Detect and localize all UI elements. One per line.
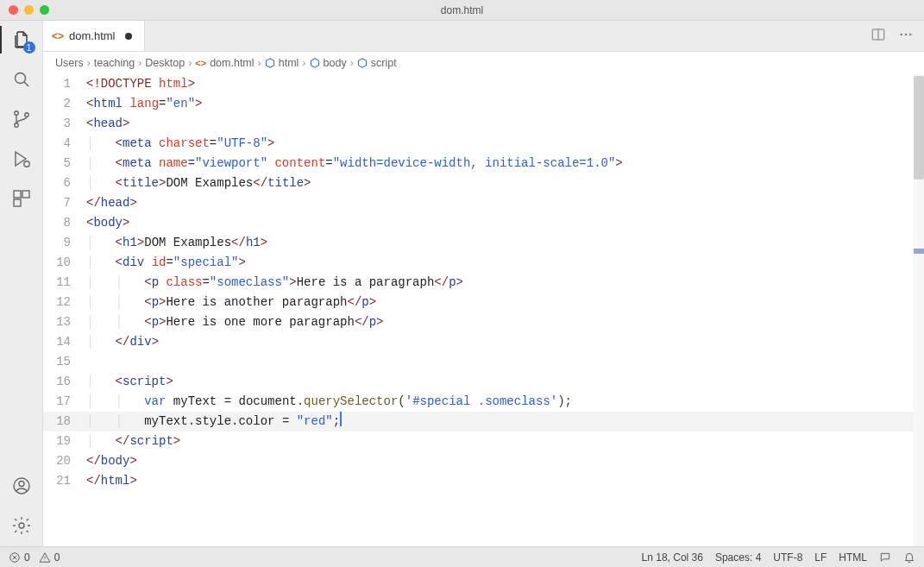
breadcrumb-segment[interactable]: Desktop ›	[145, 57, 192, 69]
code-line[interactable]: 15	[43, 352, 924, 372]
activity-explorer[interactable]: 1	[9, 28, 34, 52]
line-number: 9	[43, 233, 86, 253]
line-number: 1	[43, 74, 86, 94]
line-number: 10	[43, 253, 86, 273]
breadcrumb-segment[interactable]: Users ›	[55, 57, 91, 69]
status-feedback[interactable]	[879, 551, 891, 564]
code-line[interactable]: 13│ │ <p>Here is one more paragraph</p>	[43, 312, 924, 332]
activity-account[interactable]	[9, 474, 34, 498]
code-line[interactable]: 6│ <title>DOM Examples</title>	[43, 173, 924, 193]
line-content[interactable]: │ </div>	[86, 332, 924, 352]
line-content[interactable]: </html>	[86, 471, 924, 491]
search-icon	[11, 69, 32, 90]
breadcrumb-symbol[interactable]: html ›	[265, 57, 306, 69]
code-line[interactable]: 10│ <div id="special">	[43, 253, 924, 273]
code-line[interactable]: 20</body>	[43, 451, 924, 471]
ellipsis-icon	[898, 27, 914, 42]
code-line[interactable]: 1<!DOCTYPE html>	[43, 74, 924, 94]
extensions-icon	[11, 188, 32, 209]
code-line[interactable]: 9│ <h1>DOM Examples</h1>	[43, 233, 924, 253]
status-language[interactable]: HTML	[839, 551, 867, 564]
code-line[interactable]: 4│ <meta charset="UTF-8">	[43, 134, 924, 154]
breadcrumb-segment[interactable]: teaching ›	[94, 57, 141, 69]
activity-search[interactable]	[9, 67, 34, 91]
line-number: 4	[43, 134, 86, 154]
code-line[interactable]: 12│ │ <p>Here is another paragraph</p>	[43, 293, 924, 312]
breadcrumb-symbol[interactable]: body ›	[310, 57, 354, 69]
code-line[interactable]: 8<body>	[43, 213, 924, 233]
activity-settings[interactable]	[9, 513, 34, 538]
html-file-icon: <>	[52, 30, 64, 42]
status-encoding[interactable]: UTF-8	[773, 551, 802, 564]
line-number: 6	[43, 173, 86, 193]
warning-count: 0	[54, 551, 60, 564]
breadcrumb-file[interactable]: <> dom.html ›	[195, 57, 261, 69]
maximize-window-button[interactable]	[40, 5, 49, 15]
code-line[interactable]: 18│ │ myText.style.color = "red";	[43, 412, 924, 432]
activity-extensions[interactable]	[9, 186, 34, 211]
line-content[interactable]: │ <meta name="viewport" content="width=d…	[86, 154, 924, 173]
line-content[interactable]: │ <div id="special">	[86, 253, 924, 273]
line-content[interactable]: │ <script>	[86, 372, 924, 392]
line-content[interactable]: │ │ var myText = document.querySelector(…	[86, 392, 924, 412]
activity-run-debug[interactable]	[9, 147, 34, 171]
code-line[interactable]: 21</html>	[43, 471, 924, 491]
status-cursor[interactable]: Ln 18, Col 36	[642, 551, 703, 564]
tab-dom-html[interactable]: <> dom.html	[43, 21, 145, 51]
svg-point-1	[14, 111, 17, 115]
status-problems[interactable]: 0 0	[9, 551, 60, 564]
bell-icon	[903, 551, 915, 564]
code-editor[interactable]: 1<!DOCTYPE html>2<html lang="en">3<head>…	[43, 74, 924, 546]
status-bar: 0 0 Ln 18, Col 36 Spaces: 4 UTF-8 LF HTM…	[0, 546, 924, 567]
code-line[interactable]: 19│ </script>	[43, 432, 924, 451]
line-content[interactable]: <head>	[86, 114, 924, 134]
line-content[interactable]: │ │ <p>Here is another paragraph</p>	[86, 293, 924, 312]
line-content[interactable]: │ </script>	[86, 432, 924, 451]
close-window-button[interactable]	[9, 5, 18, 15]
line-content[interactable]	[86, 352, 924, 372]
split-editor-button[interactable]	[871, 27, 886, 46]
code-line[interactable]: 5│ <meta name="viewport" content="width=…	[43, 154, 924, 173]
error-count: 0	[24, 551, 30, 564]
line-number: 18	[43, 412, 86, 432]
breadcrumb: Users › teaching › Desktop › <> dom.html…	[43, 52, 924, 74]
code-line[interactable]: 3<head>	[43, 114, 924, 134]
code-line[interactable]: 17│ │ var myText = document.querySelecto…	[43, 392, 924, 412]
line-content[interactable]: │ │ <p>Here is one more paragraph</p>	[86, 312, 924, 332]
line-content[interactable]: │ <h1>DOM Examples</h1>	[86, 233, 924, 253]
line-content[interactable]: │ <meta charset="UTF-8">	[86, 134, 924, 154]
code-line[interactable]: 11│ │ <p class="someclass">Here is a par…	[43, 273, 924, 293]
status-eol[interactable]: LF	[814, 551, 827, 564]
line-number: 2	[43, 94, 86, 114]
code-line[interactable]: 2<html lang="en">	[43, 94, 924, 114]
minimize-window-button[interactable]	[24, 5, 34, 15]
activity-bar: 1	[0, 21, 43, 546]
line-content[interactable]: <body>	[86, 213, 924, 233]
line-content[interactable]: │ │ myText.style.color = "red";	[86, 412, 924, 432]
line-content[interactable]: <html lang="en">	[86, 94, 924, 114]
svg-point-10	[19, 523, 24, 528]
account-icon	[11, 476, 32, 496]
line-content[interactable]: │ │ <p class="someclass">Here is a parag…	[86, 273, 924, 293]
svg-point-4	[23, 161, 28, 167]
line-content[interactable]: <!DOCTYPE html>	[86, 74, 924, 94]
text-cursor	[340, 412, 342, 426]
svg-point-13	[905, 33, 907, 35]
scrollbar[interactable]	[914, 74, 924, 546]
breadcrumb-symbol[interactable]: script	[357, 57, 397, 69]
activity-source-control[interactable]	[9, 107, 34, 131]
code-line[interactable]: 7</head>	[43, 193, 924, 213]
line-number: 16	[43, 372, 86, 392]
tab-label: dom.html	[69, 29, 115, 42]
status-notifications[interactable]	[903, 551, 915, 564]
svg-point-3	[24, 113, 28, 117]
svg-rect-5	[14, 191, 21, 198]
code-line[interactable]: 16│ <script>	[43, 372, 924, 392]
line-content[interactable]: │ <title>DOM Examples</title>	[86, 173, 924, 193]
code-line[interactable]: 14│ </div>	[43, 332, 924, 352]
line-content[interactable]: </head>	[86, 193, 924, 213]
more-actions-button[interactable]	[898, 27, 914, 46]
line-content[interactable]: </body>	[86, 451, 924, 471]
status-indent[interactable]: Spaces: 4	[715, 551, 761, 564]
line-number: 19	[43, 432, 86, 451]
